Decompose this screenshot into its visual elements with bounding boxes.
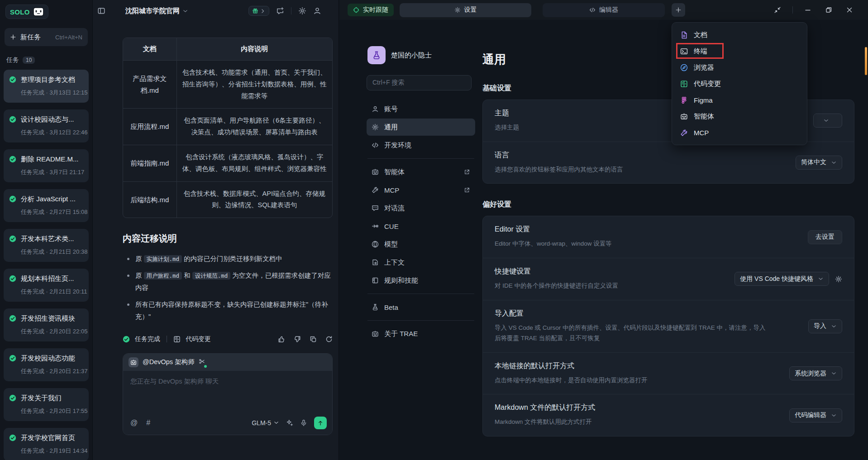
check-circle-icon [9, 116, 16, 123]
sidebar-item-CUE[interactable]: CUE [367, 218, 475, 235]
menu-item-代码变更[interactable]: 代码变更 [672, 76, 807, 92]
tab-editor-label: 编辑器 [599, 6, 618, 14]
migration-bullet: 原 实施计划.md 的内容已分门别类迁移到新文档中 [123, 253, 333, 266]
panel-toggle-icon[interactable] [97, 7, 105, 15]
context-hash-icon[interactable]: # [146, 419, 150, 427]
select-主题[interactable] [813, 114, 842, 128]
chevron-down-icon [818, 276, 824, 282]
add-tab-button[interactable] [672, 3, 685, 17]
select-本地链接的默认打开方式[interactable]: 系统浏览器 [789, 366, 842, 380]
thumb-down-icon[interactable] [294, 336, 301, 343]
check-circle-icon [9, 76, 16, 83]
task-title: 开发校园动态功能 [21, 354, 87, 363]
sidebar-item-关于 TRAE[interactable]: 关于 TRAE [367, 325, 475, 342]
migration-heading: 内容迁移说明 [123, 232, 333, 245]
gear-icon[interactable] [298, 7, 306, 15]
collapse-panel-button[interactable] [767, 3, 788, 17]
menu-item-终端[interactable]: 终端 [672, 43, 807, 59]
sidebar-item-开发环境[interactable]: 开发环境 [367, 137, 475, 154]
sidebar-item-通用[interactable]: 通用 [367, 119, 475, 136]
task-status: 任务完成 · 3月13日 12:15 [21, 89, 87, 97]
task-card[interactable]: 分析 JavaScript ...任务完成 · 2月27日 15:08 [4, 189, 89, 222]
task-title: 设计校园动态与... [21, 115, 87, 124]
gift-icon [252, 8, 258, 14]
task-card[interactable]: 开发招生资讯模块任务完成 · 2月20日 22:05 [4, 308, 89, 341]
new-task-button[interactable]: 新任务 Ctrl+Alt+N [5, 28, 88, 46]
select-导入配置[interactable]: 导入 [808, 319, 842, 333]
sidebar-item-账号[interactable]: 账号 [367, 100, 475, 118]
scrollbar-thumb[interactable] [865, 47, 867, 75]
row-control: 系统浏览器 [789, 366, 842, 380]
task-card[interactable]: 开发本科艺术类...任务完成 · 2月21日 20:38 [4, 229, 89, 262]
model-selector[interactable]: GLM-5 [252, 419, 279, 427]
mention-icon[interactable]: @ [130, 419, 138, 427]
conversation-panel: 沈阳城市学院官网 文档内容说明产品需求文档.md包含技术栈、功能需求（通用、首页… [93, 0, 339, 460]
task-card[interactable]: 规划本科招生页...任务完成 · 2月21日 20:11 [4, 269, 89, 302]
menu-item-浏览器[interactable]: 浏览器 [672, 59, 807, 76]
maximize-button[interactable] [818, 3, 839, 17]
bullet-text: 原 [135, 272, 144, 279]
sidebar-item-对话流[interactable]: 对话流 [367, 199, 475, 217]
thumb-up-icon[interactable] [278, 336, 285, 343]
sidebar-item-模型[interactable]: 模型 [367, 236, 475, 253]
task-title: 删除 README.M... [21, 155, 84, 164]
task-card[interactable]: 开发学校官网首页任务完成 · 2月19日 14:34 [4, 428, 89, 460]
button-去设置[interactable]: 去设置 [808, 230, 842, 244]
chevron-down-icon [831, 370, 837, 376]
code-change-link[interactable]: 代码变更 [186, 335, 211, 343]
gift-button[interactable] [248, 6, 269, 16]
wrench-icon [680, 129, 688, 137]
sidebar-item-上下文[interactable]: 上下文 [367, 254, 475, 271]
live-follow-badge[interactable]: 实时跟随 [348, 4, 394, 16]
chat-input-right-tools: GLM-5 [252, 417, 327, 429]
agent-tools-button[interactable] [199, 358, 205, 366]
task-card[interactable]: 删除 README.M...任务完成 · 3月7日 21:17 [4, 149, 89, 182]
task-done-label: 任务完成 [135, 335, 160, 343]
minimize-button[interactable] [797, 3, 818, 17]
row-control: 去设置 [808, 230, 842, 244]
enhance-prompt-icon[interactable] [286, 419, 293, 427]
nav-label: 开发环境 [384, 141, 411, 150]
task-card[interactable]: 整理项目参考文档任务完成 · 3月13日 12:15 [4, 70, 89, 103]
send-button[interactable] [314, 417, 327, 429]
nav-label: 上下文 [384, 258, 405, 267]
sidebar-item-Beta[interactable]: Beta [367, 299, 475, 316]
settings-search-input[interactable]: Ctrl+F 搜索 [367, 75, 472, 90]
gear-icon[interactable] [835, 275, 842, 283]
task-card[interactable]: 开发校园动态功能任务完成 · 2月20日 21:37 [4, 348, 89, 381]
tab-editor[interactable]: 编辑器 [543, 3, 665, 17]
code-chip: 设计规范.md [192, 272, 231, 280]
code-change-icon [173, 336, 181, 343]
microphone-icon[interactable] [300, 419, 307, 427]
user-account-icon[interactable] [313, 7, 321, 15]
sidebar-item-规则和技能[interactable]: 规则和技能 [367, 272, 475, 289]
task-card[interactable]: 设计校园动态与...任务完成 · 3月12日 22:46 [4, 109, 89, 142]
menu-item-文档[interactable]: 文档 [672, 27, 807, 43]
copy-icon[interactable] [310, 336, 317, 343]
menu-item-Figma[interactable]: Figma [672, 92, 807, 108]
task-card[interactable]: 开发关于我们任务完成 · 2月20日 17:55 [4, 388, 89, 421]
select-Markdown 文件的默认打开方式[interactable]: 代码编辑器 [789, 408, 842, 422]
select-语言[interactable]: 简体中文 [796, 156, 842, 170]
select-快捷键设置[interactable]: 使用 VS Code 快捷键风格 [734, 272, 829, 286]
project-switcher[interactable]: 沈阳城市学院官网 [125, 7, 188, 15]
setting-description: 点击终端中的本地链接时，是否自动使用内置浏览器打开 [495, 375, 648, 386]
message-actions [278, 336, 333, 343]
regenerate-icon[interactable] [325, 336, 333, 343]
table-row: 应用流程.md包含页面清单、用户导航路径（6条主要路径）、决策点、成功/错误场景… [123, 109, 332, 145]
sidebar-item-MCP[interactable]: MCP [367, 181, 475, 199]
chat-input-field[interactable]: 您正在与 DevOps 架构师 聊天 [123, 371, 332, 413]
close-button[interactable] [839, 3, 860, 17]
solo-logo: SOLO [5, 5, 48, 19]
check-circle-icon [9, 156, 16, 163]
row-control: 简体中文 [796, 156, 842, 170]
menu-item-MCP[interactable]: MCP [672, 124, 807, 141]
gear-icon [372, 123, 379, 131]
tab-settings[interactable]: 设置 [400, 3, 531, 17]
menu-item-label: 浏览器 [694, 63, 714, 72]
chat-agent-header: @DevOps 架构师 [123, 354, 332, 371]
menu-item-智能体[interactable]: 智能体 [672, 108, 807, 124]
sidebar-item-智能体[interactable]: 智能体 [367, 163, 475, 180]
feedback-icon[interactable] [276, 7, 284, 15]
agent-name[interactable]: @DevOps 架构师 [143, 358, 195, 366]
